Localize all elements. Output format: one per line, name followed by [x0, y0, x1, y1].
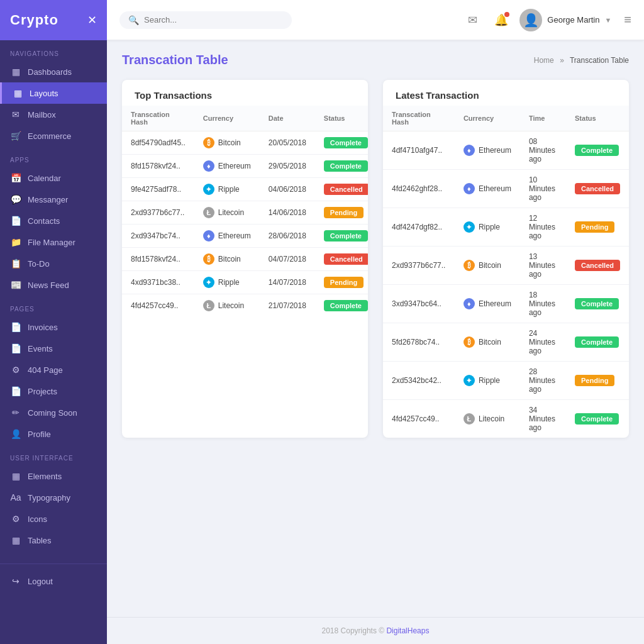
sidebar-item-icons[interactable]: ⚙ Icons [0, 508, 107, 530]
sidebar-item-label: Coming Soon [28, 408, 77, 418]
sidebar-item-label: File Manager [28, 238, 75, 247]
sidebar-nav: Navigations ▦ Dashboards ▦ Layouts ✉ Mai… [0, 40, 107, 592]
latest-transactions-title: Latest Transaction [383, 80, 629, 106]
col-currency: Currency [194, 106, 260, 131]
cell-currency: ♦Ethereum [194, 155, 260, 178]
calendar-icon: 📅 [10, 173, 21, 183]
events-icon: 📄 [10, 343, 21, 353]
typography-icon: Aa [10, 492, 21, 502]
search-input[interactable] [144, 15, 283, 25]
avatar: 👤 [519, 9, 542, 31]
cell-time: 08 Minutes ago [520, 131, 566, 170]
section-label-navigations: Navigations [0, 40, 107, 61]
sidebar-item-404[interactable]: ⚙ 404 Page [0, 359, 107, 380]
cell-time: 28 Minutes ago [520, 362, 566, 400]
cell-date: 20/05/2018 [260, 131, 315, 155]
menu-icon[interactable]: ≡ [624, 13, 631, 27]
sidebar-item-typography[interactable]: Aa Typography [0, 487, 107, 508]
cell-currency: ₿Bitcoin [455, 247, 520, 285]
sidebar-item-elements[interactable]: ▦ Elements [0, 465, 107, 487]
sidebar-item-logout[interactable]: ↪ Logout [0, 570, 107, 592]
ltc-icon: Ł [464, 413, 475, 425]
eth-icon: ♦ [464, 298, 475, 309]
logout-icon: ↪ [10, 576, 21, 586]
cell-time: 13 Minutes ago [520, 247, 566, 285]
sidebar-item-todo[interactable]: 📋 To-Do [0, 253, 107, 274]
cell-date: 14/07/2018 [260, 271, 315, 294]
currency-label: Ripple [479, 223, 500, 231]
cell-hash: 5fd2678bc74.. [383, 323, 455, 362]
breadcrumb-current: Transcation Table [570, 56, 629, 65]
sidebar-item-dashboards[interactable]: ▦ Dashboards [0, 61, 107, 82]
col-time: Time [520, 106, 566, 131]
bell-icon[interactable]: 🔔 [491, 9, 512, 31]
sidebar-item-coming-soon[interactable]: ✏ Coming Soon [0, 402, 107, 423]
sidebar-item-contacts[interactable]: 📄 Contacts [0, 210, 107, 231]
table-row: 2xd9347bc74..♦Ethereum28/06/2018Complete [122, 225, 368, 248]
status-badge: Complete [575, 413, 619, 425]
status-badge: Cancelled [575, 260, 620, 271]
sidebar-item-mailbox[interactable]: ✉ Mailbox [0, 104, 107, 125]
cell-time: 18 Minutes ago [520, 285, 566, 323]
footer-link[interactable]: DigitalHeaps [386, 626, 429, 635]
sidebar-item-label: Mailbox [28, 110, 56, 119]
cell-currency: ŁLitecoin [194, 201, 260, 225]
breadcrumb-home[interactable]: Home [534, 56, 554, 65]
cell-hash: 4df4710afg47.. [383, 131, 455, 170]
table-row: 2xd9377b6c77..ŁLitecoin14/06/2018Pending [122, 201, 368, 225]
status-badge: Pending [575, 375, 614, 386]
table-row: 4fd4257cc49..ŁLitecoin21/07/2018Complete [122, 294, 368, 318]
cell-currency: ✦Ripple [455, 362, 520, 400]
sidebar: Crypto ✕ Navigations ▦ Dashboards ▦ Layo… [0, 0, 107, 644]
currency-label: Ethereum [218, 162, 251, 170]
status-badge: Complete [575, 145, 619, 156]
email-icon[interactable]: ✉ [462, 9, 483, 31]
sidebar-item-messanger[interactable]: 💬 Messanger [0, 189, 107, 210]
sidebar-item-ecommerce[interactable]: 🛒 Ecommerce [0, 125, 107, 147]
sidebar-item-file-manager[interactable]: 📁 File Manager [0, 231, 107, 253]
currency-label: Ripple [479, 376, 500, 385]
status-badge: Complete [324, 230, 368, 242]
currency-label: Ethereum [218, 231, 251, 240]
sidebar-item-label: News Feed [28, 280, 69, 290]
cell-hash: 2xd5342bc42.. [383, 362, 455, 400]
col-hash: Transcation Hash [122, 106, 194, 131]
cell-currency: ✦Ripple [455, 208, 520, 247]
sidebar-item-invoices[interactable]: 📄 Invoices [0, 316, 107, 338]
coming-soon-icon: ✏ [10, 408, 21, 418]
cell-currency: ŁLitecoin [194, 294, 260, 318]
sidebar-item-layouts[interactable]: ▦ Layouts [0, 82, 107, 104]
layouts-icon: ▦ [12, 88, 23, 98]
close-icon[interactable]: ✕ [87, 13, 97, 27]
sidebar-item-label: Invoices [28, 323, 58, 332]
sidebar-item-calendar[interactable]: 📅 Calendar [0, 167, 107, 189]
table-row: 9fe4275adf78..✦Ripple04/06/2018Cancelled [122, 178, 368, 201]
sidebar-item-tables[interactable]: ▦ Tables [0, 530, 107, 551]
top-transactions-card: Top Transactions Transcation Hash Curren… [122, 80, 368, 438]
cell-status: Complete [315, 131, 368, 155]
sidebar-item-news-feed[interactable]: 📰 News Feed [0, 274, 107, 296]
sidebar-item-label: Profile [28, 430, 51, 439]
cell-currency: ŁLitecoin [455, 400, 520, 438]
search-box: 🔍 [119, 11, 292, 29]
cell-hash: 8fd1578kvf24.. [122, 248, 194, 271]
cell-time: 10 Minutes ago [520, 170, 566, 208]
page-header: Transcation Table Home » Transcation Tab… [122, 53, 629, 67]
cell-status: Complete [315, 225, 368, 248]
sidebar-item-label: Dashboards [28, 67, 72, 77]
sidebar-item-projects[interactable]: 📄 Projects [0, 380, 107, 402]
page-title: Transcation Table [122, 53, 228, 67]
cell-hash: 8fd1578kvf24.. [122, 155, 194, 178]
messanger-icon: 💬 [10, 194, 21, 204]
sidebar-item-label: Layouts [30, 89, 58, 98]
sidebar-item-profile[interactable]: 👤 Profile [0, 423, 107, 445]
sidebar-item-events[interactable]: 📄 Events [0, 338, 107, 359]
mailbox-icon: ✉ [10, 109, 21, 119]
footer: 2018 Copyrights © DigitalHeaps [107, 617, 644, 644]
table-row: 2xd9377b6c77..₿Bitcoin13 Minutes agoCanc… [383, 247, 629, 285]
status-badge: Cancelled [324, 253, 368, 265]
sidebar-item-label: Typography [28, 493, 70, 502]
user-info[interactable]: 👤 George Martin ▼ [519, 9, 611, 31]
sidebar-item-label: Events [28, 344, 53, 353]
topbar: 🔍 ✉ 🔔 👤 George Martin ▼ ≡ [107, 0, 644, 40]
